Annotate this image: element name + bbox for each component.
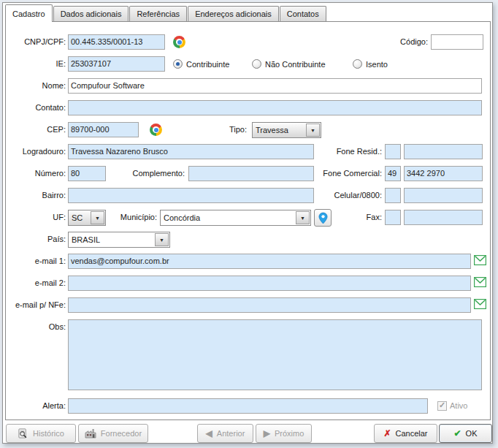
celular-ddd-field[interactable] — [385, 188, 401, 203]
email-nfe-field[interactable] — [68, 297, 471, 313]
ativo-checkbox[interactable] — [437, 401, 447, 411]
anterior-button[interactable]: ◀ Anterior — [197, 424, 253, 443]
chevron-down-icon: ▼ — [155, 233, 169, 246]
logradouro-label: Logradouro: — [1, 147, 66, 156]
tab-bar: Cadastro Dados adicionais Referências En… — [5, 4, 327, 22]
fone-resid-field[interactable] — [404, 144, 483, 159]
pais-value: BRASIL — [69, 235, 154, 244]
tipo-label: Tipo: — [204, 125, 247, 134]
tab-label: Dados adicionais — [61, 10, 122, 18]
ok-button[interactable]: ✔ OK — [439, 424, 492, 443]
municipio-select[interactable]: Concórdia ▼ — [160, 210, 311, 226]
history-document-icon — [18, 428, 28, 439]
fone-resid-ddd-field[interactable] — [385, 144, 401, 159]
email1-field[interactable]: vendas@compufour.com.br — [68, 254, 471, 269]
tipo-value: Travessa — [253, 126, 305, 134]
email-nfe-label: e-mail p/ NFe: — [1, 300, 66, 309]
numero-field[interactable]: 80 — [68, 166, 106, 181]
ie-label: IE: — [1, 59, 66, 68]
fone-resid-label: Fone Resid.: — [307, 147, 382, 156]
fone-comercial-label: Fone Comercial: — [307, 169, 382, 178]
radio-contribuinte[interactable]: Contribuinte — [173, 59, 229, 69]
numero-label: Número: — [1, 169, 66, 178]
cep-field[interactable]: 89700-000 — [68, 122, 139, 137]
ativo-label: Ativo — [450, 401, 479, 410]
email1-label: e-mail 1: — [1, 257, 66, 265]
chrome-search-icon[interactable] — [150, 124, 162, 136]
email2-field[interactable] — [68, 276, 471, 291]
obs-label: Obs: — [1, 322, 66, 331]
uf-value: SC — [69, 213, 90, 222]
obs-field[interactable] — [68, 319, 482, 390]
tab-label: Cadastro — [12, 10, 45, 18]
uf-label: UF: — [1, 213, 66, 221]
fax-ddd-field[interactable] — [385, 210, 401, 225]
tab-dados-adicionais[interactable]: Dados adicionais — [53, 6, 129, 21]
fax-label: Fax: — [307, 213, 382, 221]
bairro-field[interactable] — [68, 188, 314, 203]
nome-field[interactable]: Compufour Software — [68, 78, 482, 94]
radio-isento[interactable]: Isento — [353, 59, 388, 69]
fone-comercial-field[interactable]: 3442 2970 — [404, 166, 483, 181]
cep-label: CEP: — [1, 125, 66, 134]
button-label: Cancelar — [396, 429, 428, 438]
tipo-select[interactable]: Travessa ▼ — [252, 122, 321, 138]
factory-icon — [85, 428, 96, 438]
arrow-left-icon: ◀ — [206, 429, 212, 438]
arrow-right-icon: ▶ — [264, 429, 270, 438]
alerta-field[interactable] — [68, 398, 428, 414]
radio-label: Não Contribuinte — [265, 60, 326, 69]
cnpj-field[interactable]: 00.445.335/0001-13 — [68, 34, 165, 50]
send-email-icon[interactable] — [474, 299, 486, 310]
fone-comercial-ddd-field[interactable]: 49 — [385, 166, 401, 181]
chrome-search-icon[interactable] — [173, 36, 185, 48]
celular-field[interactable] — [404, 188, 483, 203]
tab-referencias[interactable]: Referências — [129, 6, 187, 21]
email2-label: e-mail 2: — [1, 278, 66, 287]
logradouro-field[interactable]: Travessa Nazareno Brusco — [68, 144, 314, 159]
button-label: Histórico — [33, 429, 64, 438]
radio-icon — [353, 59, 362, 69]
send-email-icon[interactable] — [474, 277, 486, 288]
alerta-label: Alerta: — [1, 401, 66, 410]
fax-field[interactable] — [404, 210, 483, 225]
pais-select[interactable]: BRASIL ▼ — [68, 232, 170, 248]
fornecedor-button[interactable]: Fornecedor — [78, 424, 148, 443]
chevron-down-icon: ▼ — [306, 124, 320, 137]
button-label: OK — [466, 429, 478, 438]
tab-cadastro[interactable]: Cadastro — [5, 4, 53, 22]
codigo-field[interactable] — [431, 34, 483, 50]
proximo-button[interactable]: ▶ Próximo — [256, 424, 312, 443]
tab-label: Contatos — [287, 10, 319, 18]
contato-field[interactable] — [68, 100, 482, 115]
celular-label: Celular/0800: — [307, 191, 382, 200]
send-email-icon[interactable] — [474, 255, 486, 266]
codigo-label: Código: — [365, 37, 428, 46]
ie-field[interactable]: 253037107 — [68, 56, 165, 72]
button-label: Anterior — [217, 429, 245, 438]
tab-label: Referências — [137, 10, 180, 18]
tab-enderecos-adicionais[interactable]: Endereços adicionais — [188, 6, 279, 21]
uf-select[interactable]: SC ▼ — [68, 210, 106, 226]
tab-contatos[interactable]: Contatos — [280, 6, 326, 21]
complemento-field[interactable] — [188, 166, 314, 181]
complemento-label: Complemento: — [117, 169, 185, 178]
chevron-down-icon: ▼ — [91, 211, 104, 224]
tab-label: Endereços adicionais — [195, 10, 272, 18]
radio-icon — [173, 59, 183, 69]
historico-button[interactable]: Histórico — [6, 424, 76, 443]
radio-label: Contribuinte — [186, 60, 229, 69]
radio-label: Isento — [366, 60, 388, 69]
button-label: Fornecedor — [101, 429, 142, 438]
cnpj-label: CNPJ/CPF: — [1, 37, 66, 46]
municipio-value: Concórdia — [161, 213, 295, 222]
cancelar-button[interactable]: ✗ Cancelar — [374, 424, 437, 443]
radio-nao-contribuinte[interactable]: Não Contribuinte — [252, 59, 326, 69]
ok-check-icon: ✔ — [454, 429, 461, 438]
button-label: Próximo — [275, 429, 304, 438]
nome-label: Nome: — [1, 81, 66, 90]
radio-icon — [252, 59, 261, 69]
cadastro-window: Cadastro Dados adicionais Referências En… — [0, 0, 498, 448]
pais-label: País: — [1, 235, 66, 243]
bairro-label: Bairro: — [1, 191, 66, 200]
